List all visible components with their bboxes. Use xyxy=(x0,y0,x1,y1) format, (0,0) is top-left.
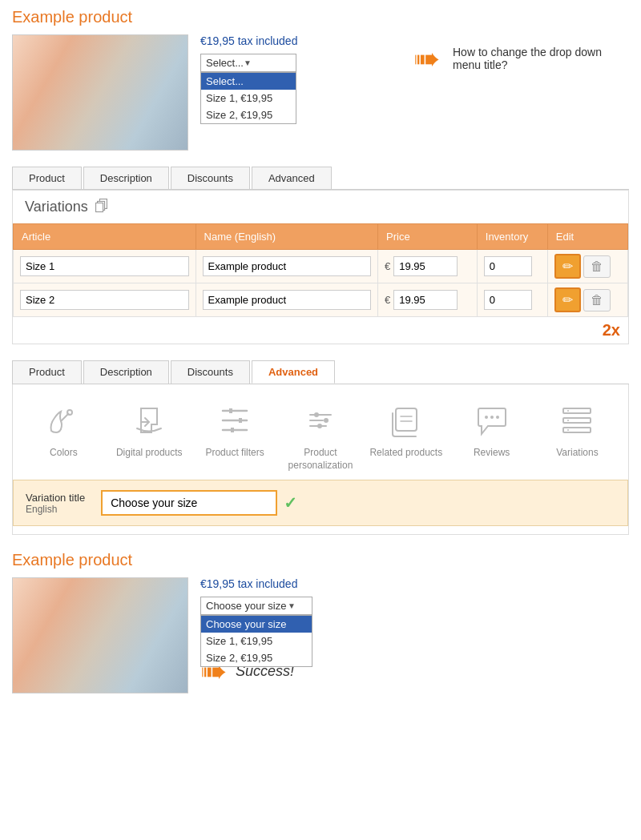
variation-title-text: Variation title xyxy=(26,492,85,504)
product-info-1: €19,95 tax included Select... ▼ Select..… xyxy=(200,34,401,72)
select-box-label-2: Choose your size xyxy=(206,600,286,612)
tab-discounts-1[interactable]: Discounts xyxy=(171,167,250,189)
article-input-2[interactable] xyxy=(20,290,189,310)
variations-header: Variations 🗍 xyxy=(13,191,628,223)
icon-reviews[interactable]: Reviews xyxy=(452,400,532,472)
tab-description-1[interactable]: Description xyxy=(83,167,169,189)
col-article: Article xyxy=(14,224,196,250)
variation-subtitle-text: English xyxy=(26,504,85,515)
icon-filters-label: Product filters xyxy=(205,447,264,460)
icons-section: Colors Digital products xyxy=(13,384,628,480)
dropdown-menu-2: Choose your size Size 1, €19,95 Size 2, … xyxy=(200,615,312,667)
inventory-input-1[interactable] xyxy=(484,256,532,276)
price-input-2[interactable] xyxy=(393,290,458,310)
product-section-1: €19,95 tax included Select... ▼ Select..… xyxy=(12,34,629,151)
euro-2: € xyxy=(385,294,390,306)
dropdown-option-b-size2[interactable]: Size 2, €19,95 xyxy=(201,649,312,666)
variations-title: Variations xyxy=(25,199,88,215)
col-price: Price xyxy=(378,224,478,250)
svg-point-9 xyxy=(324,418,329,423)
col-inventory: Inventory xyxy=(477,224,547,250)
example-product-title-2: Example product xyxy=(12,551,629,569)
question-text: How to change the drop down menu title? xyxy=(453,46,629,71)
icon-digital-label: Digital products xyxy=(116,447,183,460)
tabs-1: Product Description Discounts Advanced xyxy=(12,167,629,190)
dropdown-option-size1[interactable]: Size 1, €19,95 xyxy=(201,90,296,107)
col-name: Name (English) xyxy=(196,224,378,250)
icon-related[interactable]: Related products xyxy=(366,400,446,472)
product-info-2: €19,95 tax included Choose your size ▼ C… xyxy=(200,577,629,687)
table-row: € ✏ 🗑 xyxy=(14,283,628,317)
icon-related-label: Related products xyxy=(369,447,442,460)
select-box-1[interactable]: Select... ▼ xyxy=(200,54,296,72)
count-badge: 2x xyxy=(13,317,628,344)
icon-personalization-label: Product personalization xyxy=(280,447,361,472)
icon-personalization[interactable]: Product personalization xyxy=(280,400,361,472)
delete-button-1[interactable]: 🗑 xyxy=(583,255,611,278)
name-input-1[interactable] xyxy=(203,256,372,276)
second-example-section: Example product €19,95 tax included Choo… xyxy=(12,551,629,693)
euro-1: € xyxy=(385,260,390,272)
select-box-label-1: Select... xyxy=(206,57,244,69)
svg-point-13 xyxy=(485,416,488,419)
icon-variations-label: Variations xyxy=(556,447,598,460)
edit-button-2[interactable]: ✏ xyxy=(554,287,581,312)
product-price-2: €19,95 tax included xyxy=(200,577,629,590)
size-dropdown-1[interactable]: Select... ▼ Select... Size 1, €19,95 Siz… xyxy=(200,54,296,72)
arrow-icon-1: ➠ xyxy=(413,42,441,74)
product-image-2 xyxy=(12,577,188,693)
dropdown-option-b-size1[interactable]: Size 1, €19,95 xyxy=(201,633,312,649)
svg-point-15 xyxy=(496,416,499,419)
article-input-1[interactable] xyxy=(20,256,189,276)
svg-marker-3 xyxy=(239,418,242,423)
dropdown-arrow-2: ▼ xyxy=(288,601,296,610)
dropdown-option-select[interactable]: Select... xyxy=(201,73,296,90)
product-image-1 xyxy=(12,34,188,151)
icon-reviews-label: Reviews xyxy=(474,447,510,460)
variations-table: Article Name (English) Price Inventory E… xyxy=(13,223,628,317)
variation-title-input-container: ✓ xyxy=(101,490,297,516)
name-input-2[interactable] xyxy=(203,290,372,310)
icon-digital[interactable]: Digital products xyxy=(109,400,189,472)
col-edit: Edit xyxy=(547,224,627,250)
select-box-2[interactable]: Choose your size ▼ xyxy=(200,597,312,615)
variation-title-label: Variation title English xyxy=(26,492,85,515)
delete-button-2[interactable]: 🗑 xyxy=(583,289,611,311)
svg-marker-4 xyxy=(231,428,234,432)
icon-variations[interactable]: Variations xyxy=(537,400,617,472)
checkmark-icon: ✓ xyxy=(284,493,297,512)
edit-button-1[interactable]: ✏ xyxy=(554,254,581,279)
tab-product-1[interactable]: Product xyxy=(12,167,82,189)
variations-section: Variations 🗍 Article Name (English) Pric… xyxy=(12,190,629,344)
icon-colors-label: Colors xyxy=(50,447,78,460)
product-price-1: €19,95 tax included xyxy=(200,34,401,47)
dropdown-menu-1: Select... Size 1, €19,95 Size 2, €19,95 xyxy=(200,72,296,124)
document-icon: 🗍 xyxy=(95,199,109,215)
icon-filters[interactable]: Product filters xyxy=(195,400,275,472)
svg-point-14 xyxy=(490,416,494,419)
svg-point-10 xyxy=(317,424,322,428)
inventory-input-2[interactable] xyxy=(484,290,532,310)
dropdown-option-choose[interactable]: Choose your size xyxy=(201,616,312,633)
tabs-2: Product Description Discounts Advanced xyxy=(12,360,629,384)
svg-point-1 xyxy=(67,410,72,415)
price-input-1[interactable] xyxy=(393,256,458,276)
table-row: € ✏ 🗑 xyxy=(14,250,628,283)
dropdown-arrow-1: ▼ xyxy=(244,58,280,67)
tab-advanced-2[interactable]: Advanced xyxy=(252,360,335,384)
svg-point-8 xyxy=(314,412,319,417)
icon-colors[interactable]: Colors xyxy=(23,400,103,472)
tab-product-2[interactable]: Product xyxy=(12,360,82,384)
dropdown-option-size2[interactable]: Size 2, €19,95 xyxy=(201,107,296,123)
product-section-2: €19,95 tax included Choose your size ▼ C… xyxy=(12,577,629,693)
example-product-title-1: Example product xyxy=(12,8,629,26)
tab-description-2[interactable]: Description xyxy=(83,360,169,384)
svg-marker-2 xyxy=(229,408,232,413)
variation-title-input[interactable] xyxy=(101,490,277,516)
size-dropdown-2[interactable]: Choose your size ▼ Choose your size Size… xyxy=(200,597,312,615)
tab-discounts-2[interactable]: Discounts xyxy=(171,360,250,384)
tab-advanced-1[interactable]: Advanced xyxy=(252,167,332,189)
variation-title-section: Variation title English ✓ xyxy=(13,480,628,526)
